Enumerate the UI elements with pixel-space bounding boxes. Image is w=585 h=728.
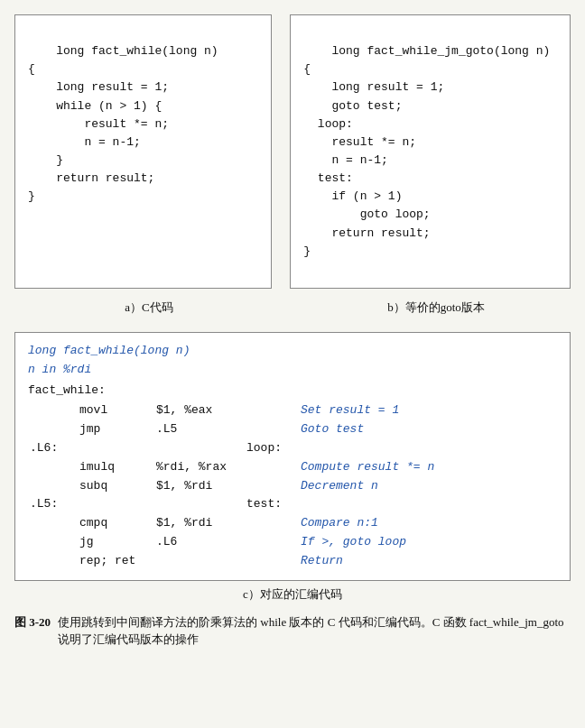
asm-header-line1: long fact_while(long n) <box>28 342 557 361</box>
asm-row-loop-label <box>245 458 299 477</box>
asm-caption: c）对应的汇编代码 <box>14 586 571 603</box>
asm-row: jg.L6If >, goto loop <box>28 533 557 552</box>
figure-desc: 使用跳转到中间翻译方法的阶乘算法的 while 版本的 C 代码和汇编代码。C … <box>58 613 571 649</box>
asm-row: imulq%rdi, %raxCompute result *= n <box>28 458 557 477</box>
code-box-left: long fact_while(long n) { long result = … <box>14 14 272 289</box>
asm-row-loop-label <box>245 552 299 571</box>
asm-row-op1 <box>78 439 154 458</box>
asm-row-loop-label <box>245 401 299 420</box>
asm-row-loop-label <box>245 420 299 439</box>
asm-row-label <box>28 552 78 571</box>
asm-row-label: .L6: <box>28 439 78 458</box>
asm-row-op1: jmp <box>78 420 154 439</box>
code-left-text: long fact_while(long n) { long result = … <box>28 44 218 203</box>
asm-row-label <box>28 533 78 552</box>
asm-row-loop-label <box>245 514 299 533</box>
caption-row: a）C代码 b）等价的goto版本 <box>14 296 571 316</box>
asm-row-label <box>28 420 78 439</box>
asm-row-comment: Decrement n <box>299 477 557 496</box>
asm-row: movl$1, %eaxSet result = 1 <box>28 401 557 420</box>
figure-num: 图 3-20 <box>14 613 51 649</box>
asm-header-line2: n in %rdi <box>28 361 557 380</box>
asm-row-comment: Return <box>299 552 557 571</box>
asm-row-label <box>28 477 78 496</box>
asm-row-op1: movl <box>78 401 154 420</box>
code-right-text: long fact_while_jm_goto(long n) { long r… <box>303 44 550 258</box>
asm-row-comment <box>299 439 557 458</box>
asm-row: .L5:test: <box>28 495 557 514</box>
asm-header: long fact_while(long n) n in %rdi <box>28 342 557 380</box>
asm-row-op2: .L5 <box>154 420 245 439</box>
asm-row-label <box>28 514 78 533</box>
asm-row-op2 <box>154 495 245 514</box>
asm-function-label: fact_while: <box>28 382 557 401</box>
asm-row-op2: $1, %rdi <box>154 477 245 496</box>
asm-box: long fact_while(long n) n in %rdi fact_w… <box>14 332 571 581</box>
asm-row-op2: $1, %eax <box>154 401 245 420</box>
asm-row-op2 <box>154 552 245 571</box>
code-box-right: long fact_while_jm_goto(long n) { long r… <box>290 14 571 289</box>
top-row: long fact_while(long n) { long result = … <box>14 14 571 289</box>
asm-row-op1: jg <box>78 533 154 552</box>
asm-row-op2: $1, %rdi <box>154 514 245 533</box>
asm-row-loop-label <box>245 477 299 496</box>
asm-row-op2: %rdi, %rax <box>154 458 245 477</box>
asm-row-op1: rep; ret <box>78 552 154 571</box>
asm-row: rep; retReturn <box>28 552 557 571</box>
asm-row-op1 <box>78 495 154 514</box>
asm-row-comment: Compare n:1 <box>299 514 557 533</box>
asm-row: jmp.L5Goto test <box>28 420 557 439</box>
asm-row: cmpq$1, %rdiCompare n:1 <box>28 514 557 533</box>
asm-row-loop-label: loop: <box>245 439 299 458</box>
asm-row-comment: Goto test <box>299 420 557 439</box>
asm-row-loop-label: test: <box>245 495 299 514</box>
asm-row-op1: cmpq <box>78 514 154 533</box>
asm-row-label <box>28 401 78 420</box>
asm-row-comment: Set result = 1 <box>299 401 557 420</box>
asm-row-op1: subq <box>78 477 154 496</box>
asm-row-op2: .L6 <box>154 533 245 552</box>
asm-row: subq$1, %rdiDecrement n <box>28 477 557 496</box>
asm-row-comment: Compute result *= n <box>299 458 557 477</box>
asm-row-op1: imulq <box>78 458 154 477</box>
asm-table: movl$1, %eaxSet result = 1 jmp.L5Goto te… <box>28 401 557 570</box>
asm-row-op2 <box>154 439 245 458</box>
asm-row-comment <box>299 495 557 514</box>
caption-right: b）等价的goto版本 <box>302 296 571 316</box>
asm-row-loop-label <box>245 533 299 552</box>
asm-row-label: .L5: <box>28 495 78 514</box>
asm-row: .L6:loop: <box>28 439 557 458</box>
caption-left: a）C代码 <box>14 296 283 316</box>
asm-row-comment: If >, goto loop <box>299 533 557 552</box>
asm-row-label <box>28 458 78 477</box>
figure-caption: 图 3-20 使用跳转到中间翻译方法的阶乘算法的 while 版本的 C 代码和… <box>14 613 571 649</box>
